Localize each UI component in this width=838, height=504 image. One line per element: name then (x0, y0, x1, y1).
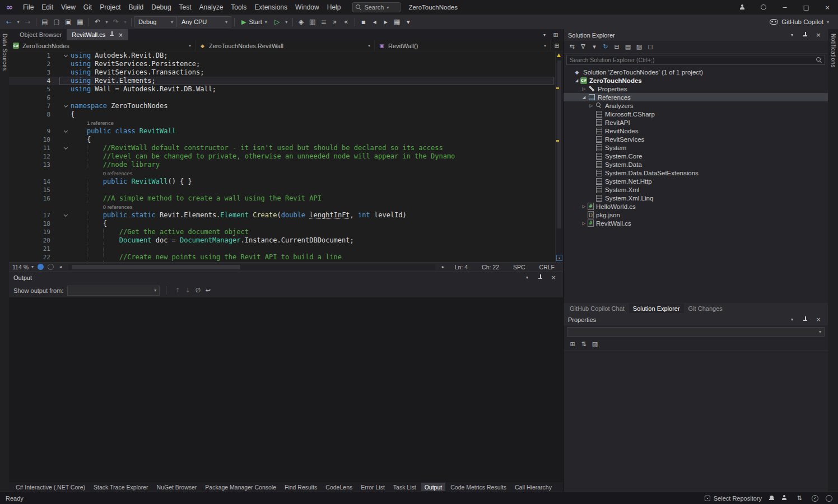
filter-icon[interactable]: ∇ (578, 42, 588, 52)
collapse-arrow-icon[interactable]: ◢ (573, 78, 580, 83)
fold-chevron-icon[interactable] (62, 211, 69, 220)
panel-tab-github-copilot-chat[interactable]: GitHub Copilot Chat (566, 304, 628, 313)
close-tab-icon[interactable]: × (118, 32, 123, 38)
bookmarks-window-icon[interactable]: ▦ (392, 16, 403, 28)
select-repository-button[interactable]: Select Repository (705, 495, 762, 502)
availability-icon[interactable] (48, 264, 54, 270)
menu-debug[interactable]: Debug (147, 0, 175, 15)
collapse-arrow-icon[interactable]: ◢ (580, 95, 588, 100)
tool-tab-codelens[interactable]: CodeLens (322, 483, 356, 491)
zoom-select[interactable]: 114 % ▾ (12, 264, 34, 270)
tab-object-browser[interactable]: Object Browser (15, 29, 67, 40)
tree-item-system[interactable]: System (564, 143, 828, 152)
account-icon[interactable] (732, 0, 753, 15)
tree-item-system-data[interactable]: System.Data (564, 160, 828, 169)
redo-icon[interactable]: ↷ (110, 16, 122, 28)
window-position-icon[interactable]: ▾ (522, 273, 532, 283)
start-debugging-button[interactable]: ▶ Start ▾ (238, 16, 271, 28)
tree-item-references[interactable]: ◢References (564, 93, 828, 101)
tree-item-system-net-http[interactable]: System.Net.Http (564, 177, 828, 185)
tree-item-pkg-json[interactable]: pkg.json (564, 211, 828, 219)
panel-tab-solution-explorer[interactable]: Solution Explorer (629, 304, 684, 313)
clear-all-icon[interactable]: ∅ (193, 286, 203, 296)
hot-reload-icon[interactable]: ◈ (296, 16, 307, 28)
tree-item-zerotouchnodes[interactable]: ◢ZeroTouchNodes (564, 76, 828, 85)
maximize-button[interactable]: □ (795, 0, 817, 15)
output-source-select[interactable]: ▾ (67, 286, 160, 296)
close-button[interactable]: × (817, 0, 838, 15)
live-share-presence-icon[interactable] (38, 264, 44, 270)
tree-item-system-xml-linq[interactable]: System.Xml.Linq (564, 194, 828, 202)
tool-tab-task-list[interactable]: Task List (390, 483, 420, 491)
search-box[interactable]: Search ▾ (352, 2, 401, 12)
menu-file[interactable]: File (19, 0, 38, 15)
tool-tab-output[interactable]: Output (421, 483, 446, 491)
categorized-icon[interactable]: ⊞ (567, 339, 578, 349)
tool-tab-nuget-browser[interactable]: NuGet Browser (153, 483, 201, 491)
property-pages-icon[interactable]: ▨ (590, 339, 600, 349)
menu-build[interactable]: Build (125, 0, 148, 15)
tree-item-properties[interactable]: ▷Properties (564, 85, 828, 93)
tool-tab-c-interactive-net-core[interactable]: C# Interactive (.NET Core) (12, 483, 89, 491)
menu-git[interactable]: Git (80, 0, 96, 15)
code-editor[interactable]: 1using Autodesk.Revit.DB;2using RevitSer… (9, 52, 555, 262)
line-ending-indicator[interactable]: CRLF (534, 264, 560, 270)
notifications-side-tab[interactable]: Notifications (828, 29, 838, 492)
fold-chevron-icon[interactable] (62, 102, 69, 110)
navigate-to-icon[interactable]: ▥ (307, 16, 318, 28)
line-indicator[interactable]: Ln: 4 (450, 264, 473, 270)
refresh-icon[interactable]: ↻ (600, 42, 611, 52)
tree-item-analyzers[interactable]: ▷Analyzers (564, 101, 828, 110)
tool-tab-stack-trace-explorer[interactable]: Stack Trace Explorer (90, 483, 151, 491)
scrollbar-options-icon[interactable]: ▾ (556, 255, 562, 261)
build-status-icon[interactable]: ✓ (812, 495, 818, 502)
redo-dropdown-icon[interactable]: ▾ (122, 16, 128, 28)
tree-item-helloworld-cs[interactable]: ▷HelloWorld.cs (564, 202, 828, 211)
close-icon[interactable]: × (548, 273, 558, 283)
indentation-indicator[interactable]: SPC (508, 264, 530, 270)
tree-item-revitnodes[interactable]: RevitNodes (564, 127, 828, 135)
alphabetical-icon[interactable]: ⇅ (579, 339, 589, 349)
tree-item-system-xml[interactable]: System.Xml (564, 185, 828, 194)
feedback-status-icon[interactable] (826, 495, 832, 502)
next-message-icon[interactable]: ↓ (183, 286, 193, 296)
close-icon[interactable]: × (813, 315, 823, 325)
pin-icon[interactable] (538, 274, 543, 281)
tree-item-system-core[interactable]: System.Core (564, 152, 828, 160)
previous-message-icon[interactable]: ↑ (173, 286, 183, 296)
tool-tab-call-hierarchy[interactable]: Call Hierarchy (511, 483, 555, 491)
menu-tools[interactable]: Tools (227, 0, 250, 15)
output-content[interactable] (9, 297, 563, 483)
hscroll-thumb[interactable] (72, 265, 240, 269)
feedback-icon[interactable] (753, 0, 774, 15)
toolbar-options-icon[interactable]: ▾ (403, 16, 414, 28)
menu-help[interactable]: Help (323, 0, 345, 15)
column-indicator[interactable]: Ch: 22 (477, 264, 504, 270)
pin-icon[interactable] (803, 32, 808, 39)
scroll-left-icon[interactable]: ◂ (58, 262, 63, 272)
fold-chevron-icon[interactable] (62, 144, 69, 152)
show-all-files-icon[interactable]: ▤ (623, 42, 633, 52)
filter-dropdown-icon[interactable]: ▾ (589, 42, 599, 52)
search-input[interactable] (570, 57, 813, 63)
tree-item-microsoft-csharp[interactable]: Microsoft.CSharp (564, 110, 828, 118)
collapse-all-icon[interactable]: ⊟ (612, 42, 622, 52)
toggle-word-wrap-icon[interactable]: ↩ (203, 286, 213, 296)
minimize-button[interactable]: ─ (774, 0, 795, 15)
tree-item-system-data-datasetextensions[interactable]: System.Data.DataSetExtensions (564, 169, 828, 177)
outdent-icon[interactable]: « (341, 16, 352, 28)
codelens-indicator[interactable]: 0 references (9, 169, 555, 178)
menu-extensions[interactable]: Extensions (250, 0, 291, 15)
scrollbar-thumb[interactable] (557, 60, 561, 228)
breadcrumb-item-revitwall[interactable]: RevitWall()▾ (375, 40, 551, 51)
indent-icon[interactable]: » (329, 16, 341, 28)
sync-with-active-document-icon[interactable]: ⇆ (567, 42, 577, 52)
show-structure-icon[interactable]: ≡ (318, 16, 329, 28)
copilot-button[interactable]: GitHub Copilot ▾ (770, 15, 835, 29)
undo-dropdown-icon[interactable]: ▾ (104, 16, 110, 28)
solution-platforms-select[interactable]: Any CPU ▾ (178, 16, 231, 27)
sync-arrows-icon[interactable]: ⇅ (794, 493, 804, 503)
expand-arrow-icon[interactable]: ▷ (580, 204, 588, 209)
previous-bookmark-icon[interactable]: ◂ (369, 16, 380, 28)
toggle-bookmark-icon[interactable]: ▪ (358, 16, 369, 28)
